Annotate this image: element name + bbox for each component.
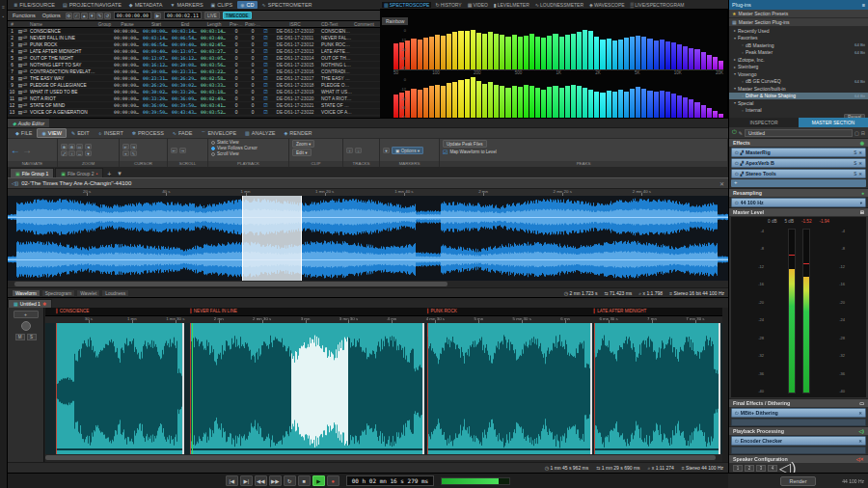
meter-tab-video[interactable]: ▦VIDEO bbox=[466, 2, 490, 8]
loop-button[interactable]: ↻ bbox=[284, 475, 296, 486]
record-button[interactable]: ● bbox=[327, 475, 339, 486]
go-end-button[interactable]: ▶| bbox=[240, 475, 253, 486]
live-button[interactable]: LIVE bbox=[204, 12, 220, 19]
cd-track-row[interactable]: 3▤¹²³PUNK ROCK00:00:00.0000:06:54.4200:0… bbox=[8, 41, 380, 48]
cd-track-row[interactable]: 10▤¹²³WHAT IT USED TO BE00:00:00.0000:30… bbox=[8, 89, 380, 95]
effect-slot-stereo-tools[interactable]: ⏻▞Stereo ToolsS✕ bbox=[731, 169, 866, 178]
cursor-start-icon[interactable]: ⇤ bbox=[122, 144, 129, 149]
plugin-tree-item[interactable]: ▫Internal bbox=[729, 107, 868, 115]
effects-section-header[interactable]: Effects◉ bbox=[729, 138, 868, 147]
ribbon-tab-file[interactable]: ◆FILE bbox=[12, 129, 36, 137]
speaker-config-1[interactable]: 1 bbox=[733, 465, 743, 472]
empty-slot[interactable] bbox=[731, 419, 866, 426]
expand-icon[interactable]: ⊞ bbox=[860, 209, 864, 215]
waveform-area[interactable] bbox=[8, 196, 728, 281]
cd-track-row[interactable]: 7▤¹²³CONTRADICTION REVELATION00:00:00.00… bbox=[8, 68, 380, 75]
power-icon[interactable]: ⏻ bbox=[732, 129, 737, 136]
cd-track-row[interactable]: 4▤¹²³LATE AFTER MIDNIGHT00:00:00.0000:09… bbox=[8, 48, 380, 55]
zoom-vertical-icon[interactable]: ↕ bbox=[68, 150, 75, 156]
cd-tool-icon-3[interactable]: ▼ bbox=[89, 13, 95, 19]
plugin-tree-item[interactable]: ▫Peak Master64 Bit bbox=[729, 49, 868, 57]
montage-h-scrollbar[interactable] bbox=[45, 454, 722, 462]
zoom-selection-icon[interactable]: ▭ bbox=[76, 144, 83, 149]
montage-track-area[interactable] bbox=[45, 323, 722, 454]
column-header-Start[interactable]: Start bbox=[142, 22, 171, 27]
menubar-tab-file-source[interactable]: ≣FILE/SOURCE bbox=[11, 1, 58, 9]
solo-icon[interactable]: S bbox=[854, 161, 856, 166]
ribbon-tab-edit[interactable]: ✎EDIT bbox=[68, 129, 94, 137]
power-icon[interactable]: ⏻ bbox=[735, 411, 739, 416]
solo-icon[interactable]: S bbox=[854, 150, 856, 155]
cd-time-field[interactable]: 00:00:00.00 bbox=[114, 12, 151, 19]
encoder-checker-slot[interactable]: ⏻Encoder Checker✕ bbox=[731, 436, 866, 446]
playback-processing-header[interactable]: Playback Processing◁) bbox=[729, 426, 868, 435]
meter-tab-loudnessmeter[interactable]: ∿LOUDNESSMETER bbox=[533, 2, 585, 8]
ribbon-tab-fade[interactable]: ∿FADE bbox=[169, 129, 197, 137]
column-header-Pre-Gap[interactable]: Pre-Gap bbox=[229, 22, 244, 27]
master-section-presets-button[interactable]: ★Master Section Presets bbox=[729, 10, 868, 18]
column-header-Post-Gap[interactable]: Post-Gap bbox=[244, 22, 261, 27]
cd-track-row[interactable]: 12▤¹²³STATE OF MIND00:00:00.0000:36:09.5… bbox=[8, 102, 380, 109]
plugin-tree-item[interactable]: ▸Recently Used bbox=[729, 27, 868, 35]
menubar-tab-clips[interactable]: ▣CLIPS bbox=[208, 1, 236, 9]
rainbow-subtab[interactable]: Rainbow bbox=[382, 17, 408, 25]
cd-tool-icon-1[interactable]: ✓ bbox=[73, 13, 80, 19]
menubar-tab-project-navigate[interactable]: ▤PROJECT/NAVIGATE bbox=[60, 1, 124, 9]
clip-marker-conscience[interactable]: CONSCIENCE bbox=[56, 309, 89, 313]
clip-marker-late-after-midnight[interactable]: LATE AFTER MIDNIGHT bbox=[594, 309, 647, 313]
trash-icon[interactable]: ✕ bbox=[858, 161, 862, 166]
column-header-Name[interactable]: Name bbox=[29, 22, 96, 27]
ribbon-tab-analyze[interactable]: ▥ANALYZE bbox=[241, 129, 279, 137]
montage-tab[interactable]: ▦ Untitled 1 ✱ bbox=[8, 299, 52, 308]
play-range-icon[interactable]: ▶ bbox=[154, 13, 161, 19]
zoom-audio-icon[interactable]: ◄ bbox=[85, 144, 92, 149]
tab-inspector[interactable]: INSPECTOR bbox=[729, 118, 799, 127]
close-icon[interactable]: ✕ bbox=[719, 180, 724, 187]
column-header-#[interactable]: # bbox=[8, 22, 16, 27]
master-section-plugins-button[interactable]: ▦Master Section Plug-ins bbox=[729, 18, 868, 27]
ribbon-tab-render[interactable]: ◈RENDER bbox=[280, 129, 315, 137]
trash-icon[interactable]: ✕ bbox=[858, 150, 862, 155]
playback-option-scroll-view[interactable]: Scroll View bbox=[211, 151, 239, 156]
column-header-ISRC[interactable]: ISRC bbox=[270, 22, 320, 27]
meter-tab-live-spectrogram[interactable]: ▒LIVE/SPECTROGRAM bbox=[629, 2, 687, 8]
dock-pin-icon[interactable]: ▪ bbox=[0, 14, 7, 19]
track-down-icon[interactable]: ↓ bbox=[355, 148, 362, 153]
speaker-select-icon[interactable]: ◁) bbox=[779, 459, 797, 474]
file-group-tab-1[interactable]: ▣File Group 1 bbox=[10, 168, 54, 177]
column-header-End[interactable]: End bbox=[171, 22, 200, 27]
ribbon-tab-envelope[interactable]: ⌒ENVELOPE bbox=[197, 129, 240, 137]
cd-track-row[interactable]: 11▤¹²³NOT A RIOT00:00:00.0000:33:20.3300… bbox=[8, 95, 380, 102]
plugin-tree-item[interactable]: ▾Voxengo bbox=[729, 70, 868, 78]
track-up-icon[interactable]: ↑ bbox=[346, 148, 353, 153]
meter-tab-spectroscope[interactable]: ▥SPECTROSCOPE bbox=[382, 2, 431, 8]
add-effect-button[interactable]: + bbox=[731, 179, 866, 187]
document-title-bar[interactable]: ◁)) 02-'The Times They Are A-Changin''-4… bbox=[8, 177, 728, 188]
mute-button[interactable]: M bbox=[15, 334, 25, 340]
resampling-section-header[interactable]: Resampling● bbox=[729, 188, 868, 197]
final-effects-section-header[interactable]: Final Effects / Dithering▭ bbox=[729, 398, 868, 407]
zoom-out-icon[interactable]: ⊖ bbox=[68, 144, 75, 149]
cursor-edit-icon[interactable]: ✎ bbox=[130, 150, 137, 156]
map-waveform-checkbox[interactable]: ☑Map Waveform to Level bbox=[443, 149, 497, 155]
menubar-tab-markers[interactable]: ▼MARKERS bbox=[167, 1, 205, 9]
meter-tab-wavescope[interactable]: ◈WAVESCOPE bbox=[587, 2, 627, 8]
file-group-tab-2[interactable]: ▣File Group 2• bbox=[55, 168, 103, 177]
editor-time-ruler[interactable]: 20 s40 s1 mn1 mn 20 s1 mn 40 s2 mn2 mn 2… bbox=[8, 188, 728, 196]
cd-tool-icon-2[interactable]: ▲ bbox=[81, 13, 88, 19]
update-peak-files-button[interactable]: Update Peak Files bbox=[443, 140, 487, 148]
clip-marker-punk-rock[interactable]: PUNK ROCK bbox=[427, 309, 457, 313]
clip-zoom-button[interactable]: Zoom ▾ bbox=[292, 140, 314, 148]
plugin-tree-item[interactable]: ▫dB GE CurveEQ64 Bit bbox=[729, 78, 868, 86]
plugin-tree-item[interactable]: ▾Master Section/built-in bbox=[729, 85, 868, 93]
speaker-config-2[interactable]: 2 bbox=[745, 465, 754, 472]
clip-marker-never-fall-in-line[interactable]: NEVER FALL IN LINE bbox=[190, 309, 237, 313]
cd-track-row[interactable]: 9▤¹²³PLEDGE OF ALLEGIANCE00:00:00.0000:2… bbox=[8, 82, 380, 89]
render-button[interactable]: Render bbox=[780, 476, 815, 486]
column-header-Pause[interactable]: Pause bbox=[113, 22, 142, 27]
cd-tool-icon-5[interactable]: ↺ bbox=[104, 13, 111, 19]
cd-track-row[interactable]: 13▤¹²³VOICE OF A GENERATION00:00:00.0000… bbox=[8, 109, 380, 116]
scroll-right-icon[interactable]: ⇢ bbox=[179, 148, 186, 153]
navigate-forward-button[interactable]: → bbox=[22, 146, 32, 155]
effect-slot-apexverb-b[interactable]: ⏻▞ApexVerb BS✕ bbox=[731, 158, 866, 168]
